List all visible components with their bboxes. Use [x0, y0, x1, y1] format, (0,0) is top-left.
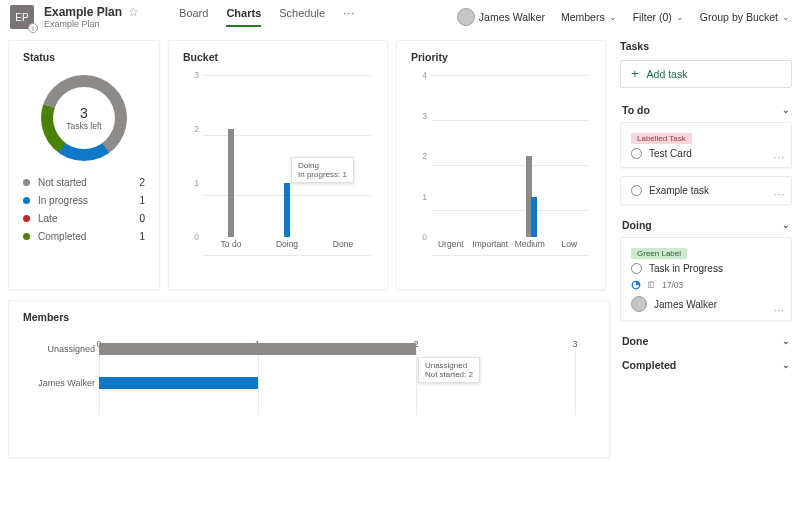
status-card: Status 3 Tasks left Not started2 In prog… — [8, 40, 160, 290]
tab-schedule[interactable]: Schedule — [279, 7, 325, 27]
complete-circle-icon[interactable] — [631, 148, 642, 159]
xcat: To do — [203, 239, 259, 255]
charts-column: Status 3 Tasks left Not started2 In prog… — [8, 40, 610, 458]
task-more-icon[interactable]: ··· — [774, 189, 785, 200]
ytick: 1 — [194, 178, 199, 188]
priority-title: Priority — [411, 51, 591, 63]
bar-unassigned[interactable] — [99, 343, 416, 355]
dot-icon — [23, 197, 30, 204]
user-name: James Walker — [479, 11, 545, 23]
task-card[interactable]: Green Label Task in Progress 🗓 17/03 ···… — [620, 237, 792, 321]
task-more-icon[interactable]: ··· — [774, 152, 785, 163]
ytick: 2 — [194, 124, 199, 134]
member-label: James Walker — [23, 378, 95, 388]
task-card[interactable]: Example task ··· — [620, 176, 792, 205]
app-header: EP i Example Plan ☆ Example Plan Board C… — [0, 0, 800, 34]
task-assignee: James Walker — [631, 296, 781, 312]
filter-dropdown[interactable]: Filter (0)⌄ — [633, 11, 684, 23]
plan-initials: EP — [15, 12, 28, 23]
task-label-pill: Green Label — [631, 248, 687, 259]
chevron-down-icon: ⌄ — [782, 360, 790, 370]
section-todo[interactable]: To do ⌄ — [620, 98, 792, 122]
header-right: James Walker Members⌄ Filter (0)⌄ Group … — [457, 8, 790, 26]
ytick: 0 — [422, 232, 427, 242]
task-more-icon[interactable]: ··· — [774, 305, 785, 316]
group-by-dropdown[interactable]: Group by Bucket⌄ — [700, 11, 790, 23]
task-title: Task in Progress — [649, 263, 723, 274]
chevron-down-icon: ⌄ — [782, 12, 790, 22]
xcat: Important — [471, 239, 511, 255]
view-tabs: Board Charts Schedule ··· — [179, 7, 355, 27]
tasks-panel: Tasks + Add task To do ⌄ Labelled Task T… — [620, 40, 792, 377]
legend-not-started: Not started2 — [23, 177, 145, 188]
add-task-button[interactable]: + Add task — [620, 60, 792, 88]
bucket-tooltip: Doing In progress: 1 — [291, 157, 354, 183]
favorite-star-icon[interactable]: ☆ — [128, 5, 139, 19]
xcat: Doing — [259, 239, 315, 255]
legend-in-progress: In progress1 — [23, 195, 145, 206]
ytick: 0 — [194, 232, 199, 242]
chevron-down-icon: ⌄ — [782, 220, 790, 230]
complete-circle-icon[interactable] — [631, 263, 642, 274]
plan-subtitle: Example Plan — [44, 19, 139, 29]
ytick: 3 — [194, 70, 199, 80]
members-title: Members — [23, 311, 595, 323]
xcat: Urgent — [431, 239, 471, 255]
ytick: 2 — [422, 151, 427, 161]
progress-icon — [631, 280, 641, 290]
plan-title: Example Plan — [44, 5, 122, 19]
donut-center-label: Tasks left — [66, 121, 101, 131]
members-tooltip: Unassigned Not started: 2 — [418, 357, 480, 383]
xcat: Medium — [510, 239, 550, 255]
complete-circle-icon[interactable] — [631, 185, 642, 196]
bar-james-walker[interactable] — [99, 377, 258, 389]
avatar-icon — [631, 296, 647, 312]
legend-late: Late0 — [23, 213, 145, 224]
bar-medium-inprogress[interactable] — [531, 197, 537, 238]
tasks-title: Tasks — [620, 40, 792, 52]
task-label-pill: Labelled Task — [631, 133, 692, 144]
bucket-card: Bucket 0 1 2 3 To do Doing — [168, 40, 388, 290]
current-user[interactable]: James Walker — [457, 8, 545, 26]
calendar-icon: 🗓 — [647, 280, 656, 290]
task-card[interactable]: Labelled Task Test Card ··· — [620, 122, 792, 168]
bucket-chart[interactable]: 0 1 2 3 To do Doing Done — [183, 75, 373, 255]
tab-charts[interactable]: Charts — [226, 7, 261, 27]
legend-completed: Completed1 — [23, 231, 145, 242]
tab-board[interactable]: Board — [179, 7, 208, 27]
status-title: Status — [23, 51, 145, 63]
dot-icon — [23, 215, 30, 222]
donut-center-value: 3 — [80, 105, 88, 121]
task-title: Test Card — [649, 148, 692, 159]
avatar-icon — [457, 8, 475, 26]
plan-icon: EP i — [10, 5, 34, 29]
priority-card: Priority 0 1 2 3 4 Urgent — [396, 40, 606, 290]
xcat: Low — [550, 239, 590, 255]
priority-chart[interactable]: 0 1 2 3 4 Urgent Important Medium — [411, 75, 591, 255]
task-date: 17/03 — [662, 280, 683, 290]
bucket-title: Bucket — [183, 51, 373, 63]
status-donut-chart[interactable]: 3 Tasks left — [41, 75, 127, 161]
bar-doing[interactable] — [284, 183, 290, 237]
status-legend: Not started2 In progress1 Late0 Complete… — [23, 177, 145, 242]
task-title: Example task — [649, 185, 709, 196]
more-tabs-icon[interactable]: ··· — [343, 7, 355, 27]
plus-icon: + — [631, 69, 639, 79]
ytick: 4 — [422, 70, 427, 80]
bar-todo[interactable] — [228, 129, 234, 237]
members-dropdown[interactable]: Members⌄ — [561, 11, 617, 23]
members-chart[interactable]: 0 1 2 3 Unassigned James Walker Unassign… — [99, 341, 575, 409]
section-completed[interactable]: Completed ⌄ — [620, 353, 792, 377]
section-doing[interactable]: Doing ⌄ — [620, 213, 792, 237]
info-badge-icon[interactable]: i — [28, 23, 38, 33]
dot-icon — [23, 233, 30, 240]
ytick: 3 — [422, 111, 427, 121]
chevron-down-icon: ⌄ — [676, 12, 684, 22]
section-done[interactable]: Done ⌄ — [620, 329, 792, 353]
main-content: Status 3 Tasks left Not started2 In prog… — [0, 34, 800, 468]
members-card: Members 0 1 2 3 Unassigned James Walker … — [8, 300, 610, 458]
chevron-down-icon: ⌄ — [609, 12, 617, 22]
plan-titles: Example Plan ☆ Example Plan — [44, 5, 139, 29]
dot-icon — [23, 179, 30, 186]
member-label: Unassigned — [23, 344, 95, 354]
